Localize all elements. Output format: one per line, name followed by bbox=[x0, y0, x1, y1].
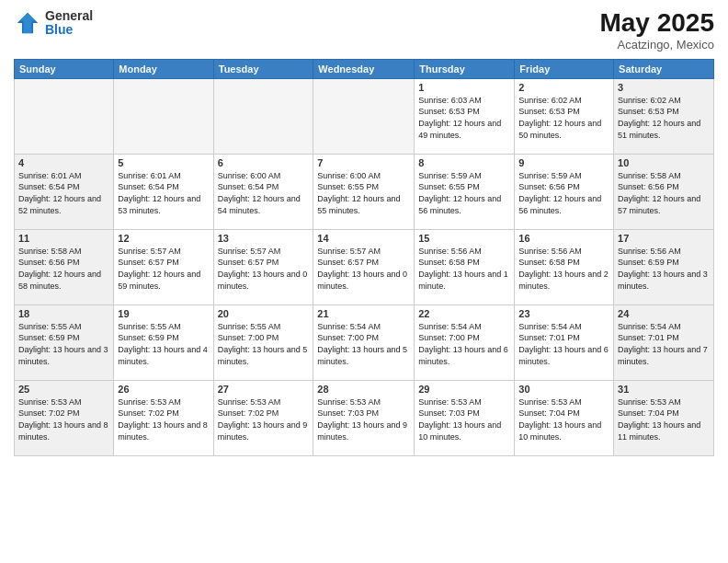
table-row: 11Sunrise: 5:58 AM Sunset: 6:56 PM Dayli… bbox=[15, 229, 114, 304]
table-row: 19Sunrise: 5:55 AM Sunset: 6:59 PM Dayli… bbox=[114, 304, 213, 380]
table-row: 17Sunrise: 5:56 AM Sunset: 6:59 PM Dayli… bbox=[614, 229, 714, 304]
day-number: 17 bbox=[618, 233, 710, 244]
calendar-week-row: 25Sunrise: 5:53 AM Sunset: 7:02 PM Dayli… bbox=[15, 380, 714, 455]
table-row: 13Sunrise: 5:57 AM Sunset: 6:57 PM Dayli… bbox=[213, 229, 313, 304]
day-number: 25 bbox=[18, 384, 109, 395]
day-number: 31 bbox=[618, 384, 710, 395]
day-info: Sunrise: 5:53 AM Sunset: 7:03 PM Dayligh… bbox=[418, 396, 510, 442]
day-info: Sunrise: 5:53 AM Sunset: 7:04 PM Dayligh… bbox=[618, 396, 710, 442]
day-number: 12 bbox=[118, 233, 209, 244]
day-info: Sunrise: 6:01 AM Sunset: 6:54 PM Dayligh… bbox=[118, 170, 209, 216]
day-info: Sunrise: 5:57 AM Sunset: 6:57 PM Dayligh… bbox=[118, 246, 209, 292]
day-number: 14 bbox=[317, 233, 410, 244]
day-number: 10 bbox=[618, 157, 710, 168]
table-row: 2Sunrise: 6:02 AM Sunset: 6:53 PM Daylig… bbox=[515, 78, 614, 154]
page: General Blue May 2025 Acatzingo, Mexico … bbox=[0, 0, 728, 563]
logo-general: General bbox=[45, 9, 93, 23]
day-info: Sunrise: 5:53 AM Sunset: 7:04 PM Dayligh… bbox=[518, 396, 609, 442]
logo-icon bbox=[14, 9, 41, 37]
day-number: 1 bbox=[418, 82, 510, 93]
table-row: 26Sunrise: 5:53 AM Sunset: 7:02 PM Dayli… bbox=[114, 380, 213, 455]
table-row bbox=[313, 78, 415, 154]
table-row: 6Sunrise: 6:00 AM Sunset: 6:54 PM Daylig… bbox=[213, 154, 313, 229]
table-row: 15Sunrise: 5:56 AM Sunset: 6:58 PM Dayli… bbox=[415, 229, 515, 304]
day-info: Sunrise: 5:56 AM Sunset: 6:58 PM Dayligh… bbox=[518, 246, 609, 292]
day-number: 23 bbox=[518, 308, 609, 319]
table-row: 16Sunrise: 5:56 AM Sunset: 6:58 PM Dayli… bbox=[515, 229, 614, 304]
day-info: Sunrise: 5:58 AM Sunset: 6:56 PM Dayligh… bbox=[618, 170, 710, 216]
day-number: 11 bbox=[18, 233, 109, 244]
table-row: 20Sunrise: 5:55 AM Sunset: 7:00 PM Dayli… bbox=[213, 304, 313, 380]
day-info: Sunrise: 5:53 AM Sunset: 7:03 PM Dayligh… bbox=[317, 396, 410, 442]
col-monday: Monday bbox=[114, 59, 213, 78]
header: General Blue May 2025 Acatzingo, Mexico bbox=[14, 9, 714, 52]
day-number: 24 bbox=[618, 308, 710, 319]
day-info: Sunrise: 5:55 AM Sunset: 6:59 PM Dayligh… bbox=[18, 321, 109, 367]
day-number: 28 bbox=[317, 384, 410, 395]
table-row: 29Sunrise: 5:53 AM Sunset: 7:03 PM Dayli… bbox=[415, 380, 515, 455]
table-row: 12Sunrise: 5:57 AM Sunset: 6:57 PM Dayli… bbox=[114, 229, 213, 304]
table-row bbox=[114, 78, 213, 154]
table-row bbox=[213, 78, 313, 154]
day-number: 16 bbox=[518, 233, 609, 244]
day-info: Sunrise: 5:56 AM Sunset: 6:59 PM Dayligh… bbox=[618, 246, 710, 292]
calendar-week-row: 4Sunrise: 6:01 AM Sunset: 6:54 PM Daylig… bbox=[15, 154, 714, 229]
day-info: Sunrise: 5:56 AM Sunset: 6:58 PM Dayligh… bbox=[418, 246, 510, 292]
day-info: Sunrise: 6:02 AM Sunset: 6:53 PM Dayligh… bbox=[618, 95, 710, 141]
day-number: 4 bbox=[18, 157, 109, 168]
day-number: 18 bbox=[18, 308, 109, 319]
day-number: 6 bbox=[218, 157, 310, 168]
table-row: 3Sunrise: 6:02 AM Sunset: 6:53 PM Daylig… bbox=[614, 78, 714, 154]
col-sunday: Sunday bbox=[15, 59, 114, 78]
table-row: 28Sunrise: 5:53 AM Sunset: 7:03 PM Dayli… bbox=[313, 380, 415, 455]
table-row bbox=[15, 78, 114, 154]
table-row: 30Sunrise: 5:53 AM Sunset: 7:04 PM Dayli… bbox=[515, 380, 614, 455]
location: Acatzingo, Mexico bbox=[599, 38, 714, 52]
day-info: Sunrise: 5:59 AM Sunset: 6:55 PM Dayligh… bbox=[418, 170, 510, 216]
table-row: 5Sunrise: 6:01 AM Sunset: 6:54 PM Daylig… bbox=[114, 154, 213, 229]
table-row: 22Sunrise: 5:54 AM Sunset: 7:00 PM Dayli… bbox=[415, 304, 515, 380]
day-number: 30 bbox=[518, 384, 609, 395]
table-row: 7Sunrise: 6:00 AM Sunset: 6:55 PM Daylig… bbox=[313, 154, 415, 229]
table-row: 21Sunrise: 5:54 AM Sunset: 7:00 PM Dayli… bbox=[313, 304, 415, 380]
logo-blue: Blue bbox=[45, 23, 93, 37]
logo-text: General Blue bbox=[45, 9, 93, 38]
day-number: 9 bbox=[518, 157, 609, 168]
day-number: 19 bbox=[118, 308, 209, 319]
table-row: 25Sunrise: 5:53 AM Sunset: 7:02 PM Dayli… bbox=[15, 380, 114, 455]
day-number: 13 bbox=[218, 233, 310, 244]
day-info: Sunrise: 5:53 AM Sunset: 7:02 PM Dayligh… bbox=[118, 396, 209, 442]
day-info: Sunrise: 5:55 AM Sunset: 7:00 PM Dayligh… bbox=[218, 321, 310, 367]
table-row: 27Sunrise: 5:53 AM Sunset: 7:02 PM Dayli… bbox=[213, 380, 313, 455]
table-row: 10Sunrise: 5:58 AM Sunset: 6:56 PM Dayli… bbox=[614, 154, 714, 229]
day-info: Sunrise: 6:02 AM Sunset: 6:53 PM Dayligh… bbox=[518, 95, 609, 141]
day-number: 29 bbox=[418, 384, 510, 395]
logo: General Blue bbox=[14, 9, 93, 38]
col-saturday: Saturday bbox=[614, 59, 714, 78]
day-number: 22 bbox=[418, 308, 510, 319]
day-info: Sunrise: 5:54 AM Sunset: 7:00 PM Dayligh… bbox=[418, 321, 510, 367]
day-info: Sunrise: 5:54 AM Sunset: 7:00 PM Dayligh… bbox=[317, 321, 410, 367]
day-info: Sunrise: 5:53 AM Sunset: 7:02 PM Dayligh… bbox=[18, 396, 109, 442]
calendar-week-row: 1Sunrise: 6:03 AM Sunset: 6:53 PM Daylig… bbox=[15, 78, 714, 154]
day-number: 2 bbox=[518, 82, 609, 93]
calendar-week-row: 11Sunrise: 5:58 AM Sunset: 6:56 PM Dayli… bbox=[15, 229, 714, 304]
day-info: Sunrise: 5:57 AM Sunset: 6:57 PM Dayligh… bbox=[317, 246, 410, 292]
col-tuesday: Tuesday bbox=[213, 59, 313, 78]
table-row: 23Sunrise: 5:54 AM Sunset: 7:01 PM Dayli… bbox=[515, 304, 614, 380]
day-number: 3 bbox=[618, 82, 710, 93]
col-wednesday: Wednesday bbox=[313, 59, 415, 78]
col-thursday: Thursday bbox=[415, 59, 515, 78]
table-row: 4Sunrise: 6:01 AM Sunset: 6:54 PM Daylig… bbox=[15, 154, 114, 229]
month-title: May 2025 bbox=[599, 9, 714, 38]
day-info: Sunrise: 5:54 AM Sunset: 7:01 PM Dayligh… bbox=[618, 321, 710, 367]
day-number: 26 bbox=[118, 384, 209, 395]
day-info: Sunrise: 5:57 AM Sunset: 6:57 PM Dayligh… bbox=[218, 246, 310, 292]
day-info: Sunrise: 6:00 AM Sunset: 6:55 PM Dayligh… bbox=[317, 170, 410, 216]
table-row: 1Sunrise: 6:03 AM Sunset: 6:53 PM Daylig… bbox=[415, 78, 515, 154]
day-number: 20 bbox=[218, 308, 310, 319]
day-number: 21 bbox=[317, 308, 410, 319]
day-number: 8 bbox=[418, 157, 510, 168]
day-info: Sunrise: 5:59 AM Sunset: 6:56 PM Dayligh… bbox=[518, 170, 609, 216]
day-info: Sunrise: 5:58 AM Sunset: 6:56 PM Dayligh… bbox=[18, 246, 109, 292]
